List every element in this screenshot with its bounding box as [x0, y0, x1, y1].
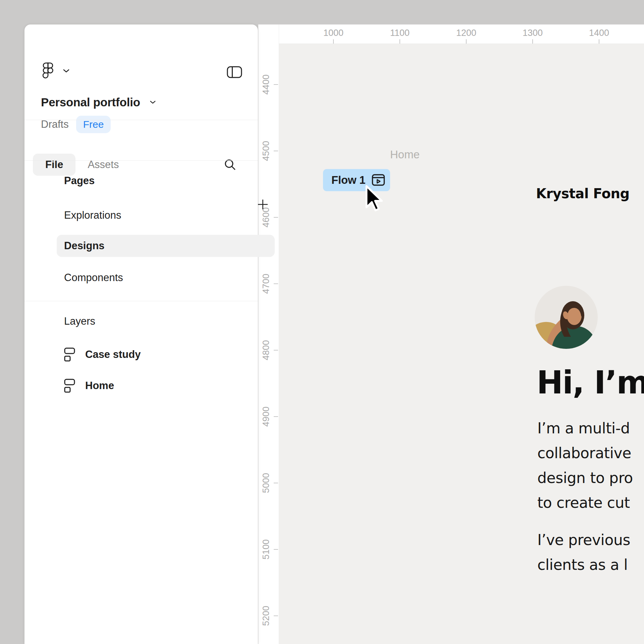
ruler-tick [274, 151, 278, 151]
frame-paragraph-2[interactable]: I’ve previous clients as a l [537, 528, 630, 577]
page-item-label: Components [64, 272, 123, 284]
ruler-tick [274, 615, 278, 616]
layers-header: Layers [64, 315, 95, 327]
ruler-tick [274, 416, 278, 417]
ruler-tick [399, 39, 400, 44]
ruler-label: 5000 [261, 473, 271, 493]
ruler-label: 1100 [376, 28, 423, 38]
file-title: Personal portfolio [41, 96, 140, 109]
paragraph-line: collaborative [537, 441, 633, 466]
paragraph-line: to create cut [537, 490, 633, 515]
page-item-label: Designs [64, 240, 105, 252]
sidebar-item-explorations[interactable]: Explorations [57, 204, 275, 226]
ruler-tick [274, 350, 278, 351]
plan-badge[interactable]: Free [76, 116, 111, 133]
ruler-label: 1400 [576, 28, 623, 38]
tab-file[interactable]: File [33, 154, 75, 176]
ruler-tick [274, 483, 278, 483]
chevron-down-icon [150, 100, 156, 104]
page-item-label: Explorations [64, 209, 121, 221]
avatar[interactable] [535, 286, 598, 349]
ruler-label: 1000 [310, 28, 357, 38]
main-menu-button[interactable] [42, 62, 70, 79]
frame-author-name[interactable]: Krystal Fong [536, 186, 630, 201]
sidebar-item-designs[interactable]: Designs [57, 235, 275, 257]
chevron-down-icon [63, 69, 70, 73]
pages-header: Pages [64, 175, 95, 187]
cursor-icon [364, 184, 384, 213]
layer-row-home[interactable]: Home [64, 378, 114, 393]
divider [24, 160, 258, 161]
ruler-label: 4500 [261, 141, 271, 161]
paragraph-line: I’ve previous [537, 528, 630, 552]
flow-badge-label: Flow 1 [331, 174, 365, 186]
ruler-vertical[interactable]: 4400 4500 4600 4700 4800 4900 5000 5100 … [258, 24, 279, 644]
ruler-tick [532, 39, 533, 44]
ruler-label: 1300 [509, 28, 556, 38]
ruler-horizontal[interactable]: 1000 1100 1200 1300 1400 [279, 24, 644, 44]
ruler-tick [274, 84, 278, 85]
paragraph-line: I’m a multi-d [537, 416, 633, 441]
ruler-label: 4400 [261, 74, 271, 95]
sidebar-item-components[interactable]: Components [57, 267, 275, 289]
ruler-tick [599, 39, 599, 44]
divider [24, 301, 258, 301]
figma-logo-icon [42, 62, 54, 79]
panel-toggle-icon [227, 66, 242, 78]
divider [24, 120, 258, 120]
layer-row-case-study[interactable]: Case study [64, 347, 141, 362]
left-sidebar-panel: Personal portfolio Drafts Free File Asse… [24, 24, 258, 644]
layer-label: Case study [85, 348, 141, 361]
file-title-dropdown[interactable]: Personal portfolio [41, 96, 156, 109]
paragraph-line: clients as a l [537, 552, 630, 577]
frame-hero-heading[interactable]: Hi, I’m Kr [537, 364, 644, 401]
panel-toggle-button[interactable] [227, 66, 242, 78]
ruler-tick [466, 39, 467, 44]
ruler-label: 5200 [261, 606, 271, 626]
section-icon [64, 378, 76, 393]
ruler-label: 5100 [261, 539, 271, 559]
location-label: Drafts [41, 118, 69, 130]
paragraph-line: design to pro [537, 466, 633, 490]
ruler-label: 1200 [443, 28, 490, 38]
file-location-row: Drafts Free [41, 116, 111, 133]
ruler-tick [274, 549, 278, 550]
section-icon [64, 347, 76, 362]
layer-label: Home [85, 380, 114, 392]
frame-paragraph-1[interactable]: I’m a multi-d collaborative design to pr… [537, 416, 633, 515]
ruler-label: 4900 [261, 407, 271, 427]
sidebar-tabs: File Assets [33, 154, 250, 176]
ruler-tick [333, 39, 334, 44]
frame-label[interactable]: Home [390, 148, 420, 161]
ruler-label: 4800 [261, 340, 271, 360]
